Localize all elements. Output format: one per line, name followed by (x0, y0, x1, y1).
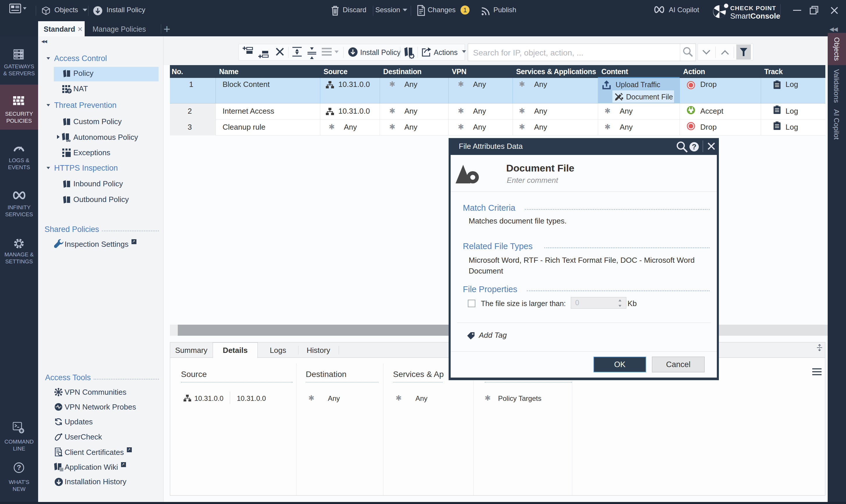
svg-text:?: ? (692, 142, 696, 151)
svg-text:?: ? (17, 464, 21, 471)
